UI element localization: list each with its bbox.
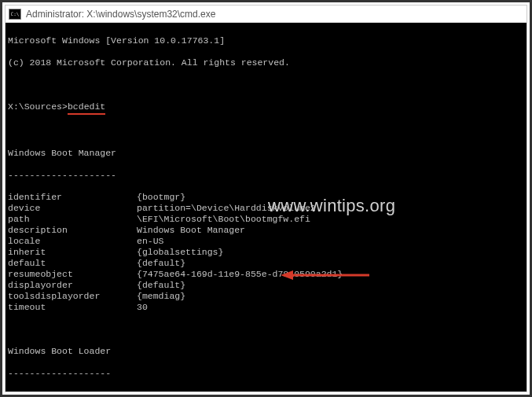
bootmgr-row: path\EFI\Microsoft\Boot\bootmgfw.efi [8, 214, 524, 225]
prompt-path: X:\Sources> [8, 101, 68, 112]
section-bootmgr-dashes: -------------------- [8, 170, 524, 181]
bootmgr-row: displayorder{default} [8, 280, 524, 291]
terminal-output[interactable]: Microsoft Windows [Version 10.0.17763.1]… [6, 23, 526, 391]
bootloader-row: identifier{default} [8, 390, 524, 391]
section-bootloader-title: Windows Boot Loader [8, 346, 524, 357]
bootmgr-row: toolsdisplayorder{memdiag} [8, 291, 524, 302]
bootmgr-row: localeen-US [8, 236, 524, 247]
section-bootloader-dashes: ------------------- [8, 368, 524, 379]
window-title: Administrator: X:\windows\system32\cmd.e… [26, 9, 215, 20]
section-bootmgr-title: Windows Boot Manager [8, 148, 524, 159]
outer-frame: Administrator: X:\windows\system32\cmd.e… [0, 0, 532, 397]
bootmgr-row: identifier{bootmgr} [8, 192, 524, 203]
window: Administrator: X:\windows\system32\cmd.e… [5, 5, 527, 392]
bootmgr-row: timeout30 [8, 302, 524, 313]
cmd-icon [9, 9, 21, 20]
bootmgr-row: devicepartition=\Device\HarddiskVolume2 [8, 203, 524, 214]
bootmgr-row: descriptionWindows Boot Manager [8, 225, 524, 236]
bootmgr-row: default{default} [8, 258, 524, 269]
command-typed: bcdedit [68, 101, 105, 115]
prompt-line-1: X:\Sources>bcdedit [8, 101, 524, 115]
bootmgr-row: resumeobject{7475ae64-169d-11e9-855e-d78… [8, 269, 524, 280]
bootmgr-row: inherit{globalsettings} [8, 247, 524, 258]
titlebar[interactable]: Administrator: X:\windows\system32\cmd.e… [6, 6, 526, 23]
header-line-1: Microsoft Windows [Version 10.0.17763.1] [8, 35, 524, 46]
header-line-2: (c) 2018 Microsoft Corporation. All righ… [8, 57, 524, 68]
